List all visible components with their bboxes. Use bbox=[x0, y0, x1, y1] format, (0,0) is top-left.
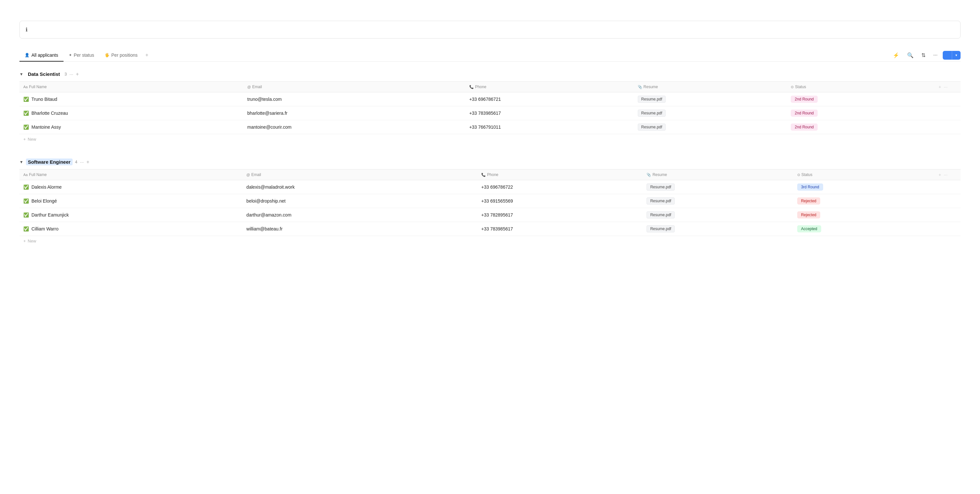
status-badge[interactable]: 3rd Round bbox=[797, 183, 823, 191]
status-badge[interactable]: Rejected bbox=[797, 198, 820, 204]
table-software-engineer: AaFull Name@Email📞Phone📎Resume⊙Status + … bbox=[19, 169, 961, 236]
applicant-name: Bharlotte Cruzeau bbox=[32, 110, 68, 116]
cell-status-0[interactable]: 2nd Round bbox=[787, 92, 935, 106]
connection-button[interactable]: ⇅ bbox=[919, 50, 928, 60]
col-header-resume[interactable]: 📎Resume bbox=[634, 82, 787, 92]
cell-actions-1 bbox=[935, 194, 961, 208]
col-header-name[interactable]: AaFull Name bbox=[19, 82, 243, 92]
add-new-plus: + bbox=[23, 137, 26, 142]
col-header-resume[interactable]: 📎Resume bbox=[643, 169, 793, 180]
cell-phone-0: +33 696786722 bbox=[477, 180, 643, 194]
groups-container: ▼ Data Scientist 3 ··· + AaFull Name@Ema… bbox=[19, 69, 961, 246]
resume-badge[interactable]: Resume.pdf bbox=[638, 96, 666, 103]
group-chevron-software-engineer[interactable]: ▼ bbox=[19, 160, 23, 164]
group-plus-data-scientist[interactable]: + bbox=[76, 71, 79, 77]
check-icon: ✅ bbox=[23, 198, 29, 204]
sort-button[interactable] bbox=[881, 53, 888, 57]
cell-name-1: ✅Bharlotte Cruzeau bbox=[19, 106, 243, 120]
cell-resume-2[interactable]: Resume.pdf bbox=[634, 120, 787, 134]
cell-status-3[interactable]: Accepted bbox=[793, 222, 935, 236]
add-new-row-software-engineer[interactable]: + New bbox=[19, 236, 961, 246]
cell-status-2[interactable]: Rejected bbox=[793, 208, 935, 222]
table-row[interactable]: ✅Cilliam Warrowilliam@bateau.fr+33 78398… bbox=[19, 222, 961, 236]
cell-email-0: dalexis@maladroit.work bbox=[242, 180, 477, 194]
cell-resume-2[interactable]: Resume.pdf bbox=[643, 208, 793, 222]
table-row[interactable]: ✅Truno Bitaudtruno@tesla.com+33 69678672… bbox=[19, 92, 961, 106]
status-badge[interactable]: 2nd Round bbox=[791, 96, 818, 103]
info-banner: ℹ bbox=[19, 21, 961, 38]
status-badge[interactable]: 2nd Round bbox=[791, 123, 818, 131]
cell-status-1[interactable]: Rejected bbox=[793, 194, 935, 208]
cell-name-3: ✅Cilliam Warro bbox=[19, 222, 242, 236]
cell-phone-0: +33 696786721 bbox=[465, 92, 634, 106]
status-badge[interactable]: Accepted bbox=[797, 225, 821, 233]
group-chevron-data-scientist[interactable]: ▼ bbox=[19, 72, 23, 76]
resume-badge[interactable]: Resume.pdf bbox=[638, 123, 666, 131]
cell-resume-1[interactable]: Resume.pdf bbox=[634, 106, 787, 120]
more-button[interactable]: ··· bbox=[931, 50, 940, 60]
cell-email-3: william@bateau.fr bbox=[242, 222, 477, 236]
cell-status-2[interactable]: 2nd Round bbox=[787, 120, 935, 134]
tab-icon-status: ✦ bbox=[69, 53, 72, 57]
status-badge[interactable]: Rejected bbox=[797, 211, 820, 218]
col-header-name[interactable]: AaFull Name bbox=[19, 169, 242, 180]
col-header-email[interactable]: @Email bbox=[242, 169, 477, 180]
group-more-data-scientist[interactable]: ··· bbox=[69, 72, 73, 77]
resume-badge[interactable]: Resume.pdf bbox=[638, 110, 666, 117]
col-header-phone[interactable]: 📞Phone bbox=[477, 169, 643, 180]
tab-icon-positions: 🖐 bbox=[105, 53, 110, 57]
cell-resume-0[interactable]: Resume.pdf bbox=[643, 180, 793, 194]
table-row[interactable]: ✅Beloi Elongébeloi@dropship.net+33 69156… bbox=[19, 194, 961, 208]
cell-phone-2: +33 782895617 bbox=[477, 208, 643, 222]
resume-badge[interactable]: Resume.pdf bbox=[646, 198, 675, 204]
search-button[interactable]: 🔍 bbox=[905, 50, 916, 60]
check-icon: ✅ bbox=[23, 226, 29, 231]
table-row[interactable]: ✅Dalexis Alormedalexis@maladroit.work+33… bbox=[19, 180, 961, 194]
lightning-button[interactable]: ⚡ bbox=[890, 50, 902, 60]
resume-badge[interactable]: Resume.pdf bbox=[646, 183, 675, 191]
table-row[interactable]: ✅Mantoine Assymantoine@courir.com+33 766… bbox=[19, 120, 961, 134]
status-badge[interactable]: 2nd Round bbox=[791, 110, 818, 117]
col-icon-email: @ bbox=[247, 85, 251, 89]
col-more-button[interactable]: ··· bbox=[944, 84, 948, 89]
group-software-engineer: ▼ Software Engineer 4 ··· + AaFull Name@… bbox=[19, 157, 961, 246]
col-icon-email: @ bbox=[246, 173, 250, 177]
group-more-software-engineer[interactable]: ··· bbox=[80, 159, 84, 165]
col-icon-phone: 📞 bbox=[469, 85, 474, 89]
col-header-status[interactable]: ⊙Status bbox=[787, 82, 935, 92]
add-tab-button[interactable]: + bbox=[143, 49, 151, 61]
group-plus-software-engineer[interactable]: + bbox=[86, 159, 89, 165]
filter-button[interactable] bbox=[872, 53, 878, 57]
check-icon: ✅ bbox=[23, 124, 29, 130]
col-more-button[interactable]: ··· bbox=[944, 172, 948, 177]
table-row[interactable]: ✅Bharlotte Cruzeaubharlotte@sariera.fr+3… bbox=[19, 106, 961, 120]
info-icon: ℹ bbox=[25, 26, 27, 34]
add-new-row-data-scientist[interactable]: + New bbox=[19, 134, 961, 144]
resume-badge[interactable]: Resume.pdf bbox=[646, 225, 675, 233]
tab-all[interactable]: 👤All applicants bbox=[19, 49, 64, 62]
cell-resume-3[interactable]: Resume.pdf bbox=[643, 222, 793, 236]
cell-actions-1 bbox=[935, 106, 961, 120]
add-col-button[interactable]: + bbox=[939, 172, 941, 177]
col-header-phone[interactable]: 📞Phone bbox=[465, 82, 634, 92]
add-col-button[interactable]: + bbox=[939, 84, 941, 89]
cell-resume-0[interactable]: Resume.pdf bbox=[634, 92, 787, 106]
col-icon-resume: 📎 bbox=[646, 173, 651, 177]
cell-status-1[interactable]: 2nd Round bbox=[787, 106, 935, 120]
tabs-row: 👤All applicants✦Per status🖐Per positions… bbox=[19, 49, 961, 62]
resume-badge[interactable]: Resume.pdf bbox=[646, 211, 675, 218]
col-header-email[interactable]: @Email bbox=[243, 82, 465, 92]
applicant-name: Beloi Elongé bbox=[32, 198, 57, 204]
cell-name-1: ✅Beloi Elongé bbox=[19, 194, 242, 208]
tab-status[interactable]: ✦Per status bbox=[64, 49, 100, 62]
group-header-data-scientist: ▼ Data Scientist 3 ··· + bbox=[19, 69, 961, 79]
table-row[interactable]: ✅Darthur Eamunjickdarthur@amazon.com+33 … bbox=[19, 208, 961, 222]
group-header-software-engineer: ▼ Software Engineer 4 ··· + bbox=[19, 157, 961, 167]
cell-status-0[interactable]: 3rd Round bbox=[793, 180, 935, 194]
new-button[interactable]: ▾ bbox=[943, 51, 961, 60]
new-button-caret[interactable]: ▾ bbox=[952, 51, 961, 60]
col-header-status[interactable]: ⊙Status bbox=[793, 169, 935, 180]
cell-resume-1[interactable]: Resume.pdf bbox=[643, 194, 793, 208]
tab-positions[interactable]: 🖐Per positions bbox=[100, 49, 143, 62]
group-name-data-scientist: Data Scientist bbox=[26, 71, 62, 78]
